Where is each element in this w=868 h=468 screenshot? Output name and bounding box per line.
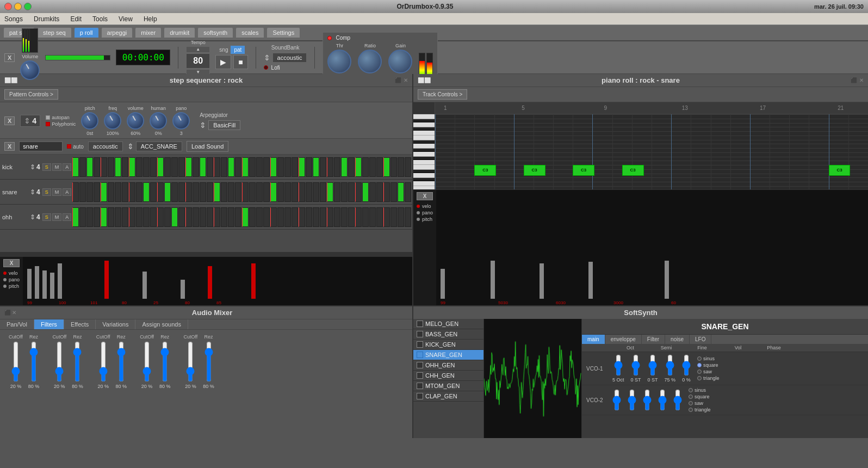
- step-8[interactable]: [129, 207, 135, 227]
- step-38[interactable]: [341, 182, 348, 202]
- tab-drumkit[interactable]: drumkit: [164, 27, 195, 38]
- ratio-knob[interactable]: [358, 50, 382, 73]
- soundbank-value[interactable]: accoustic: [272, 53, 307, 63]
- autopan-checkbox[interactable]: [46, 115, 50, 120]
- snare-solo[interactable]: S: [42, 188, 51, 196]
- menu-edit[interactable]: Edit: [68, 14, 84, 24]
- vco2-vol-slider[interactable]: [658, 389, 667, 411]
- instr-checkbox-4[interactable]: [417, 362, 423, 368]
- step-38[interactable]: [341, 157, 348, 177]
- step-10[interactable]: [143, 182, 150, 202]
- step-31[interactable]: [292, 182, 298, 202]
- step-1[interactable]: [79, 182, 86, 202]
- step-10[interactable]: [143, 207, 150, 227]
- step-32[interactable]: [299, 207, 305, 227]
- auto-checkbox[interactable]: [67, 144, 71, 149]
- step-34[interactable]: [313, 157, 319, 177]
- white-key-7[interactable]: [413, 144, 435, 149]
- pr-note-2[interactable]: C3: [573, 165, 594, 176]
- cutoff-slider-0[interactable]: [11, 341, 20, 382]
- tab-arpeggi[interactable]: arpeggi: [101, 27, 133, 38]
- vco2-oct-slider[interactable]: [612, 389, 621, 411]
- step-43[interactable]: [376, 182, 383, 202]
- step-2[interactable]: [86, 157, 93, 177]
- threshold-knob[interactable]: [327, 50, 351, 73]
- step-up-icon[interactable]: ⇕: [24, 116, 30, 125]
- step-31[interactable]: [292, 207, 298, 227]
- step-42[interactable]: [369, 157, 376, 177]
- kick-auto[interactable]: A: [63, 163, 71, 171]
- synth-tab-main[interactable]: main: [582, 335, 605, 344]
- step-1[interactable]: [79, 157, 86, 177]
- cutoff-slider-1[interactable]: [55, 341, 64, 382]
- mixer-tab-panvol[interactable]: Pan/Vol: [0, 319, 34, 329]
- mixer-tab-assign[interactable]: Assign sounds: [135, 319, 188, 329]
- vco2-fine-slider[interactable]: [643, 389, 652, 411]
- step-3[interactable]: [94, 207, 100, 227]
- cutoff-slider-4[interactable]: [186, 341, 195, 382]
- step-3[interactable]: [94, 157, 100, 177]
- menu-help[interactable]: Help: [141, 14, 159, 24]
- mixer-resize-icon[interactable]: ⬛: [4, 310, 11, 316]
- snare-auto[interactable]: A: [63, 188, 71, 196]
- vco1-saw[interactable]: saw: [697, 369, 720, 374]
- step-27[interactable]: [263, 157, 270, 177]
- step-16[interactable]: [185, 157, 192, 177]
- step-20[interactable]: [214, 207, 220, 227]
- vco1-oct-slider[interactable]: [614, 354, 623, 376]
- step-17[interactable]: [193, 157, 199, 177]
- step-10[interactable]: [143, 157, 150, 177]
- vco1-vol-slider[interactable]: [666, 354, 674, 376]
- play-button[interactable]: ▶: [215, 55, 231, 69]
- expand-icon-left[interactable]: ⬜⬜: [4, 77, 17, 83]
- volume-ctrl-knob[interactable]: [127, 112, 144, 130]
- kick-arrow[interactable]: ⇕: [30, 163, 35, 171]
- step-18[interactable]: [200, 207, 206, 227]
- resize-icon-pianoroll[interactable]: ⬛: [851, 77, 857, 83]
- kick-mute[interactable]: M: [52, 163, 62, 171]
- white-key-5[interactable]: [413, 136, 435, 140]
- minimize-button[interactable]: [14, 3, 22, 10]
- vco2-saw[interactable]: saw: [689, 401, 711, 406]
- instrument-item-melo_gen[interactable]: MELO_GEN: [413, 319, 483, 329]
- transport-x-button[interactable]: X: [4, 53, 15, 62]
- step-14[interactable]: [171, 207, 178, 227]
- step-17[interactable]: [193, 207, 199, 227]
- instrument-item-clap_gen[interactable]: CLAP_GEN: [413, 391, 483, 402]
- step-35[interactable]: [320, 157, 326, 177]
- step-26[interactable]: [256, 182, 263, 202]
- step-17[interactable]: [193, 182, 199, 202]
- rez-slider-0[interactable]: [29, 341, 38, 382]
- step-26[interactable]: [256, 157, 263, 177]
- instr-checkbox-5[interactable]: [417, 372, 423, 379]
- step-39[interactable]: [348, 182, 355, 202]
- vco1-square[interactable]: square: [697, 362, 720, 368]
- menu-drumkits[interactable]: Drumkits: [32, 14, 61, 24]
- step-3[interactable]: [94, 182, 100, 202]
- step-5[interactable]: [108, 182, 114, 202]
- vco2-triangle[interactable]: triangle: [689, 407, 711, 412]
- step-25[interactable]: [249, 157, 256, 177]
- mixer-tab-variations[interactable]: Variations: [96, 319, 135, 329]
- tab-softsynth[interactable]: softsynth: [197, 27, 233, 38]
- vco2-square[interactable]: square: [689, 394, 711, 399]
- step-41[interactable]: [362, 157, 369, 177]
- step-35[interactable]: [320, 207, 326, 227]
- vel-x-right[interactable]: X: [417, 192, 433, 200]
- vco2-semi-slider[interactable]: [628, 389, 636, 411]
- step-22[interactable]: [228, 157, 234, 177]
- stepseq-scrollbar[interactable]: [0, 252, 412, 256]
- step-26[interactable]: [256, 207, 263, 227]
- preset-name[interactable]: ACC_SNARE: [136, 141, 182, 151]
- step-25[interactable]: [249, 182, 256, 202]
- step-1[interactable]: [79, 207, 86, 227]
- step-6[interactable]: [115, 182, 121, 202]
- sound-name-input[interactable]: [19, 141, 63, 151]
- arp-arrow[interactable]: ⇕: [200, 121, 206, 130]
- step-36[interactable]: [327, 182, 333, 202]
- tab-scales[interactable]: scales: [235, 27, 264, 38]
- vco1-sinus[interactable]: sinus: [697, 356, 720, 361]
- close-button[interactable]: [4, 3, 12, 10]
- step-0[interactable]: [72, 157, 79, 177]
- step-39[interactable]: [348, 207, 355, 227]
